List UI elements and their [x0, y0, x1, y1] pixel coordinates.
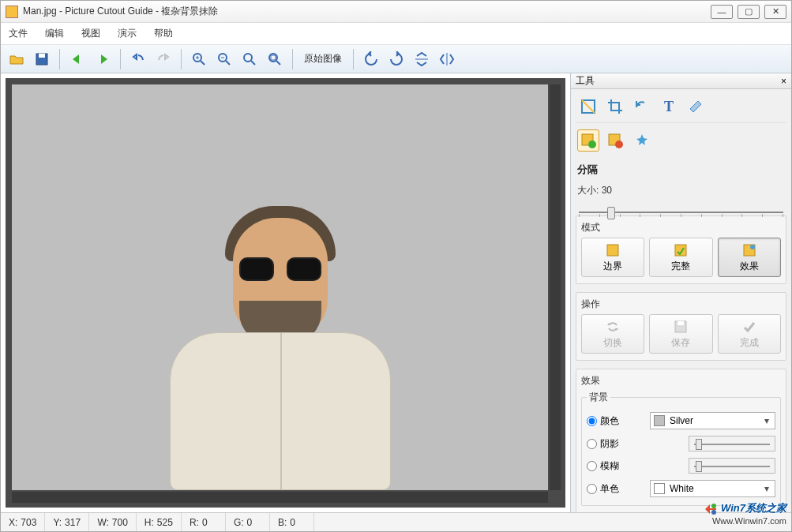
- menu-view[interactable]: 视图: [78, 25, 103, 42]
- person-cutout: [154, 198, 407, 490]
- separator: [353, 49, 354, 69]
- mode-group: 模式 边界 完整 效果: [576, 215, 786, 284]
- status-r: R:0: [182, 513, 226, 531]
- rotate-cw-icon[interactable]: [385, 48, 407, 70]
- size-value: 30: [602, 185, 612, 196]
- flip-horizontal-icon[interactable]: [436, 48, 458, 70]
- svg-rect-17: [678, 321, 684, 325]
- mono-combo[interactable]: White ▾: [650, 480, 775, 497]
- shadow-slider[interactable]: [689, 436, 775, 451]
- canvas[interactable]: [6, 78, 565, 508]
- image-preview: [12, 84, 548, 490]
- undo-tool-icon[interactable]: [631, 96, 653, 118]
- chevron-down-icon: ▾: [760, 414, 773, 427]
- titlebar: Man.jpg - Picture Cutout Guide - 複杂背景抹除 …: [1, 1, 791, 23]
- chevron-down-icon: ▾: [760, 482, 773, 495]
- svg-point-11: [615, 140, 623, 148]
- open-icon[interactable]: [6, 48, 28, 70]
- scrollbar-vertical[interactable]: [550, 84, 561, 490]
- svg-rect-6: [271, 55, 276, 60]
- zoom-100-icon[interactable]: [264, 48, 286, 70]
- menu-file[interactable]: 文件: [6, 25, 31, 42]
- paste-tool-icon[interactable]: [604, 129, 626, 152]
- central-area: 工具 × T 分隔 大小: 30: [1, 73, 791, 512]
- tools-panel: 工具 × T 分隔 大小: 30: [570, 73, 791, 512]
- separator-section-label: 分隔: [576, 161, 786, 178]
- menu-demo[interactable]: 演示: [114, 25, 140, 42]
- undo-icon[interactable]: [127, 48, 149, 70]
- white-swatch-icon: [654, 483, 665, 494]
- original-image-button[interactable]: 原始图像: [299, 52, 347, 66]
- back-icon[interactable]: [66, 48, 88, 70]
- main-toolbar: 原始图像: [1, 45, 791, 73]
- cutout-tool-icon[interactable]: [577, 129, 599, 152]
- close-panel-icon[interactable]: ×: [781, 76, 786, 87]
- effects-label: 效果: [581, 374, 781, 388]
- menu-help[interactable]: 帮助: [151, 25, 176, 42]
- separator: [292, 49, 293, 69]
- svg-rect-12: [607, 245, 618, 256]
- size-label: 大小: 30: [576, 183, 786, 198]
- flip-vertical-icon[interactable]: [411, 48, 433, 70]
- app-icon: [6, 6, 18, 18]
- blur-slider[interactable]: [689, 458, 775, 474]
- separator: [181, 49, 182, 69]
- color-combo[interactable]: Silver ▾: [650, 412, 775, 429]
- zoom-in-icon[interactable]: [188, 48, 210, 70]
- rotate-ccw-icon[interactable]: [360, 48, 382, 70]
- close-button[interactable]: ✕: [764, 5, 786, 19]
- maximize-button[interactable]: ▢: [738, 5, 760, 19]
- radio-color[interactable]: 颜色: [587, 414, 644, 428]
- radio-blur[interactable]: 模糊: [587, 459, 644, 473]
- forward-icon[interactable]: [92, 48, 114, 70]
- action-label: 操作: [581, 298, 781, 311]
- minimize-button[interactable]: —: [711, 5, 733, 19]
- statusbar: X:703 Y:317 W:700 H:525 R:0 G:0 B:0: [1, 512, 791, 531]
- settings-tool-icon[interactable]: [685, 96, 707, 118]
- status-g: G:0: [226, 513, 270, 531]
- mode-effect-button[interactable]: 效果: [718, 238, 781, 277]
- window-title: Man.jpg - Picture Cutout Guide - 複杂背景抹除: [23, 5, 711, 18]
- status-w: W:700: [89, 513, 136, 531]
- wizard-tool-icon[interactable]: [631, 129, 653, 152]
- redo-icon[interactable]: [152, 48, 175, 70]
- status-y: Y:317: [45, 513, 89, 531]
- status-b: B:0: [270, 513, 314, 531]
- action-done-button: 完成: [718, 314, 781, 354]
- resize-tool-icon[interactable]: [577, 96, 599, 118]
- silver-swatch-icon: [654, 415, 665, 426]
- radio-mono[interactable]: 单色: [587, 482, 644, 496]
- separator: [120, 49, 121, 69]
- bg-label: 背景: [587, 391, 610, 404]
- crop-tool-icon[interactable]: [604, 96, 626, 118]
- tools-panel-label: 工具: [576, 74, 595, 88]
- mode-boundary-button[interactable]: 边界: [581, 238, 644, 277]
- action-group: 操作 切换 保存 完成: [576, 292, 786, 361]
- mode-full-button[interactable]: 完整: [649, 238, 712, 277]
- mode-label: 模式: [581, 221, 781, 234]
- status-x: X:703: [1, 513, 45, 531]
- canvas-wrap: [1, 73, 570, 512]
- scrollbar-horizontal[interactable]: [12, 492, 548, 503]
- svg-rect-1: [39, 54, 45, 58]
- status-h: H:525: [137, 513, 182, 531]
- menu-edit[interactable]: 编辑: [42, 25, 67, 42]
- tools-panel-title: 工具 ×: [571, 73, 791, 89]
- save-icon[interactable]: [31, 48, 53, 70]
- svg-point-4: [244, 54, 252, 62]
- svg-point-9: [588, 140, 596, 148]
- action-toggle-button: 切换: [581, 314, 644, 354]
- text-tool-icon[interactable]: T: [658, 96, 680, 118]
- separator: [59, 49, 60, 69]
- effects-group: 效果 背景 颜色 Silver ▾ 阴影: [576, 369, 786, 512]
- zoom-out-icon[interactable]: [213, 48, 235, 70]
- app-window: Man.jpg - Picture Cutout Guide - 複杂背景抹除 …: [0, 0, 792, 532]
- menubar: 文件 编辑 视图 演示 帮助: [1, 23, 791, 45]
- svg-point-15: [750, 245, 755, 249]
- radio-shadow[interactable]: 阴影: [587, 437, 644, 451]
- background-fieldset: 背景 颜色 Silver ▾ 阴影: [581, 391, 781, 506]
- zoom-fit-icon[interactable]: [238, 48, 261, 70]
- action-save-button: 保存: [649, 314, 712, 354]
